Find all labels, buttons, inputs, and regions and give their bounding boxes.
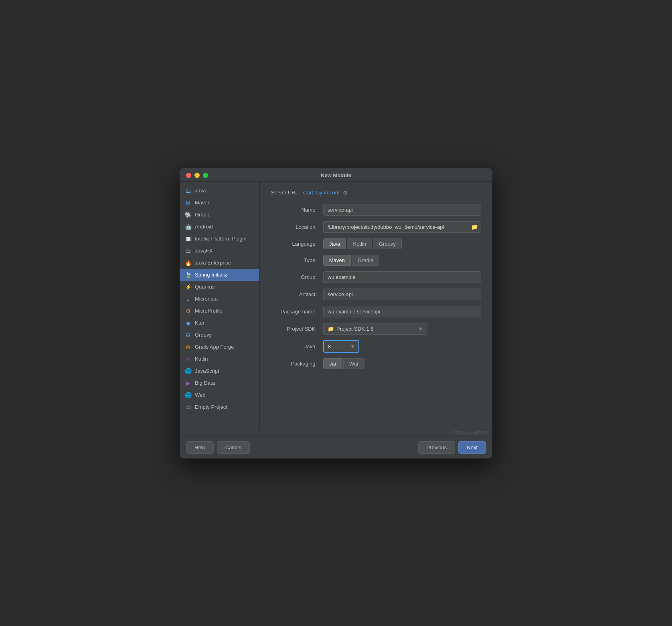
- sdk-value: Project SDK 1.8: [336, 326, 374, 332]
- minimize-button[interactable]: [194, 173, 200, 178]
- groovy-icon: G: [184, 331, 192, 339]
- packaging-war-button[interactable]: War: [343, 358, 364, 369]
- sidebar-item-spring[interactable]: 🍃Spring Initializr: [180, 269, 259, 281]
- footer-right: Previous Next: [418, 441, 486, 454]
- server-url-row: Server URL: start.aliyun.com ⚙: [271, 190, 481, 196]
- sidebar-item-label-javafx: JavaFX: [195, 248, 213, 254]
- sidebar-item-label-quarkus: Quarkus: [195, 284, 215, 290]
- watermark-text: CSDN @wu@55555: [452, 431, 489, 435]
- sidebar-item-kotlin[interactable]: KKotlin: [180, 353, 259, 365]
- spring-icon: 🍃: [184, 271, 192, 279]
- sidebar-item-web[interactable]: 🌐Web: [180, 389, 259, 401]
- sidebar-item-javafx[interactable]: 🗂JavaFX: [180, 245, 259, 257]
- sidebar-item-label-gradle: Gradle: [195, 212, 211, 218]
- microprofile-icon: ⚙: [184, 307, 192, 315]
- sidebar-item-label-bigdata: Big Data: [195, 380, 215, 386]
- package-name-label: Package name:: [271, 309, 323, 315]
- window-title: New Module: [321, 172, 351, 178]
- name-row: Name:: [271, 204, 481, 216]
- project-sdk-select[interactable]: 📁 Project SDK 1.8 ▼: [323, 323, 427, 335]
- micronaut-icon: μ: [184, 295, 192, 303]
- sidebar-item-empty[interactable]: 🗂Empty Project: [180, 401, 259, 413]
- sidebar-item-microprofile[interactable]: ⚙MicroProfile: [180, 305, 259, 317]
- next-button[interactable]: Next: [458, 441, 486, 454]
- sdk-icon: 📁: [328, 326, 334, 332]
- project-sdk-label: Project SDK:: [271, 326, 323, 332]
- sidebar-item-javascript[interactable]: 🌐JavaScript: [180, 365, 259, 377]
- cancel-button[interactable]: Cancel: [217, 441, 250, 454]
- sidebar-item-jenterprise[interactable]: 🔥Java Enterprise: [180, 257, 259, 269]
- sidebar-item-groovy[interactable]: GGroovy: [180, 329, 259, 341]
- maximize-button[interactable]: [203, 173, 208, 178]
- footer-left: Help Cancel: [186, 441, 250, 454]
- sidebar-item-java[interactable]: 🗂Java: [180, 185, 259, 197]
- previous-button[interactable]: Previous: [418, 441, 455, 454]
- jenterprise-icon: 🔥: [184, 259, 192, 267]
- watermark-bar: CSDN @wu@55555: [180, 430, 492, 436]
- packaging-row: Packaging: Jar War: [271, 358, 481, 369]
- group-label: Group:: [271, 274, 323, 280]
- packaging-jar-button[interactable]: Jar: [323, 358, 342, 369]
- server-url-link[interactable]: start.aliyun.com: [303, 190, 340, 196]
- packaging-label: Packaging:: [271, 361, 323, 367]
- android-icon: 🤖: [184, 223, 192, 230]
- location-input[interactable]: [323, 221, 481, 233]
- sdk-dropdown-arrow: ▼: [418, 326, 423, 332]
- sidebar-item-micronaut[interactable]: μMicronaut: [180, 293, 259, 305]
- sidebar-item-label-javascript: JavaScript: [195, 368, 219, 374]
- java-version-select[interactable]: 8 11 17 21: [323, 340, 359, 353]
- sidebar-item-label-android: Android: [195, 224, 213, 230]
- type-row: Type: Maven Gradle: [271, 255, 481, 266]
- grails-icon: ⊕: [184, 343, 192, 351]
- content-area: 🗂JavaMMaven🐘Gradle🤖Android🔲IntelliJ Plat…: [180, 182, 492, 430]
- sidebar-item-ktor[interactable]: ◆Ktor: [180, 317, 259, 329]
- language-groovy-button[interactable]: Groovy: [373, 238, 402, 249]
- type-maven-button[interactable]: Maven: [323, 255, 351, 266]
- language-label: Language:: [271, 241, 323, 247]
- sidebar-item-label-java: Java: [195, 188, 206, 194]
- location-wrapper: 📁: [323, 221, 481, 233]
- type-gradle-button[interactable]: Gradle: [352, 255, 379, 266]
- artifact-row: Artifact:: [271, 289, 481, 300]
- sidebar-item-android[interactable]: 🤖Android: [180, 221, 259, 233]
- language-toggle-group: Java Kotlin Groovy: [323, 238, 402, 249]
- sidebar-item-label-groovy: Groovy: [195, 332, 212, 338]
- sidebar-item-intellij[interactable]: 🔲IntelliJ Platform Plugin: [180, 233, 259, 245]
- location-row: Location: 📁: [271, 221, 481, 233]
- sidebar-item-label-jenterprise: Java Enterprise: [195, 260, 231, 266]
- sidebar: 🗂JavaMMaven🐘Gradle🤖Android🔲IntelliJ Plat…: [180, 182, 260, 430]
- sidebar-item-label-empty: Empty Project: [195, 404, 227, 410]
- maven-icon: M: [184, 199, 192, 206]
- language-kotlin-button[interactable]: Kotlin: [347, 238, 372, 249]
- empty-icon: 🗂: [184, 404, 192, 411]
- intellij-icon: 🔲: [184, 235, 192, 242]
- sidebar-item-gradle[interactable]: 🐘Gradle: [180, 209, 259, 221]
- server-url-label: Server URL:: [271, 190, 300, 196]
- group-row: Group:: [271, 271, 481, 283]
- java-label: Java:: [271, 343, 323, 349]
- group-input[interactable]: [323, 271, 481, 283]
- main-panel: Server URL: start.aliyun.com ⚙ Name: Loc…: [260, 182, 492, 430]
- sidebar-item-grails[interactable]: ⊕Grails App Forge: [180, 341, 259, 353]
- name-input[interactable]: [323, 204, 481, 216]
- java-icon: 🗂: [184, 187, 192, 194]
- close-button[interactable]: [186, 173, 191, 178]
- package-name-input[interactable]: [323, 306, 481, 317]
- bigdata-icon: ▶: [184, 380, 192, 387]
- artifact-input[interactable]: [323, 289, 481, 300]
- traffic-lights: [186, 173, 208, 178]
- sidebar-item-label-grails: Grails App Forge: [195, 344, 234, 350]
- quarkus-icon: ⚡: [184, 283, 192, 291]
- gear-icon[interactable]: ⚙: [343, 190, 348, 196]
- sidebar-item-quarkus[interactable]: ⚡Quarkus: [180, 281, 259, 293]
- language-java-button[interactable]: Java: [323, 238, 346, 249]
- sidebar-item-bigdata[interactable]: ▶Big Data: [180, 377, 259, 389]
- folder-icon[interactable]: 📁: [471, 224, 478, 230]
- sidebar-item-maven[interactable]: MMaven: [180, 197, 259, 209]
- help-button[interactable]: Help: [186, 441, 214, 454]
- sidebar-item-label-micronaut: Micronaut: [195, 296, 218, 302]
- kotlin-icon: K: [184, 355, 192, 363]
- gradle-icon: 🐘: [184, 211, 192, 218]
- new-module-window: New Module 🗂JavaMMaven🐘Gradle🤖Android🔲In…: [180, 168, 492, 458]
- package-name-row: Package name:: [271, 306, 481, 317]
